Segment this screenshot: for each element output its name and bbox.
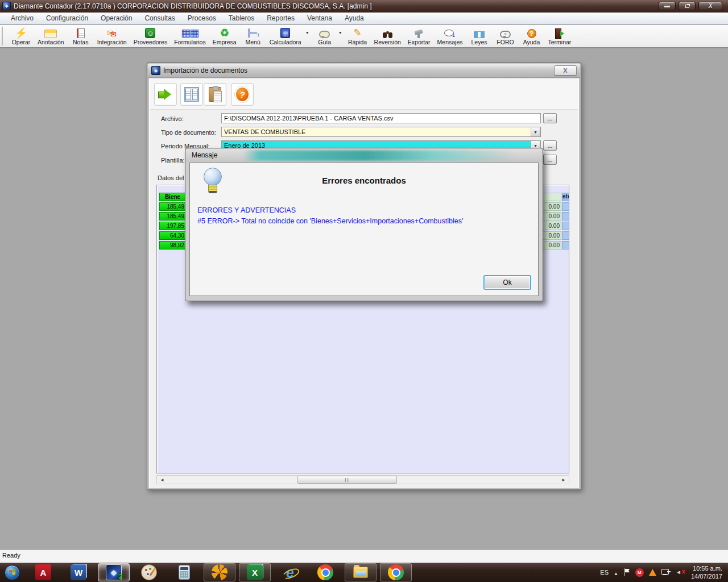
tray-clock[interactable]: 10:55 a.m. 14/07/2017 bbox=[691, 564, 722, 580]
archivo-browse-button[interactable]: ... bbox=[543, 113, 557, 123]
plantilla-browse-button[interactable]: ... bbox=[543, 155, 557, 165]
minimize-button[interactable] bbox=[659, 2, 676, 10]
menubar: ArchivoConfiguraciónOperaciónConsultasPr… bbox=[0, 13, 728, 24]
toolbar-button-menu[interactable]: Menú bbox=[241, 25, 266, 45]
binoculars-icon bbox=[383, 31, 392, 38]
menu-item-procesos[interactable]: Procesos bbox=[181, 13, 222, 24]
toolbar-button-mensajes[interactable]: Mensajes bbox=[435, 25, 466, 45]
taskbar-excel-icon[interactable] bbox=[239, 563, 271, 581]
taskbar-diamante-icon[interactable]: 2 bbox=[98, 563, 130, 581]
toolbar-button-reversion[interactable]: Reversión bbox=[371, 25, 404, 45]
toolbar-button-calculadora[interactable]: Calculadora bbox=[267, 25, 304, 45]
toolbar-button-rapida[interactable]: Rápida bbox=[345, 25, 370, 45]
periodo-mensual-browse-button[interactable]: ... bbox=[543, 140, 557, 151]
taskbar-explorer-folder-icon[interactable] bbox=[345, 563, 377, 581]
exit-door-icon bbox=[554, 28, 565, 38]
action-center-flag-icon[interactable] bbox=[623, 568, 630, 576]
close-button[interactable]: X bbox=[698, 2, 722, 10]
toolbar-grip[interactable] bbox=[2, 27, 5, 45]
toolbar-button-terminar[interactable]: Terminar bbox=[545, 25, 574, 45]
chevron-down-icon[interactable] bbox=[305, 31, 311, 41]
toolbar-button-guia[interactable]: Guía bbox=[312, 25, 337, 45]
system-tray: ES 10:55 a.m. 14/07/2017 bbox=[600, 564, 728, 580]
windows-start-orb[interactable] bbox=[5, 565, 20, 580]
chevron-down-icon[interactable] bbox=[338, 31, 344, 41]
grid-right-header-row: etenc bbox=[539, 193, 569, 201]
diamante-app-icon bbox=[2, 2, 11, 10]
toolbar-label: Ayuda bbox=[523, 39, 540, 45]
grid-cell bbox=[562, 222, 569, 230]
toolbar-label: Operar bbox=[12, 39, 31, 45]
ok-button[interactable]: Ok bbox=[483, 275, 531, 290]
network-icon[interactable] bbox=[661, 568, 671, 576]
menu-item-consultas[interactable]: Consultas bbox=[138, 13, 181, 24]
taskbar-calculator-app-icon[interactable] bbox=[168, 563, 200, 581]
taskbar: 2 ES 10:55 a.m. 14/07/2017 bbox=[0, 563, 728, 582]
taskbar-chrome-icon-2[interactable] bbox=[380, 563, 412, 581]
tray-time: 10:55 a.m. bbox=[693, 565, 722, 572]
grid-right-columns: etenc0.000.000.000.000.00 bbox=[539, 193, 569, 251]
run-import-button[interactable] bbox=[154, 83, 177, 106]
taskbar-orange-pie-icon[interactable] bbox=[204, 563, 235, 581]
toolbar-button-integracion[interactable]: Integración bbox=[94, 25, 130, 45]
muted-speaker-icon[interactable] bbox=[676, 568, 686, 576]
taskbar-chrome-icon[interactable] bbox=[309, 563, 341, 581]
word-icon bbox=[71, 564, 86, 580]
calculator-icon bbox=[280, 28, 290, 38]
toolbar-button-formularios[interactable]: Formularios bbox=[171, 25, 208, 45]
archivo-field[interactable]: F:\DISCOMSA 2012-2013\PRUEBA 1 - CARGA V… bbox=[221, 113, 541, 123]
taskbar-paint-icon[interactable] bbox=[133, 563, 165, 581]
toolbar-button-notas[interactable]: Notas bbox=[68, 25, 93, 45]
taskbar-adobe-reader-icon[interactable] bbox=[27, 563, 59, 581]
mega-icon[interactable] bbox=[635, 568, 644, 577]
import-dialog-titlebar[interactable]: Importación de documentos X bbox=[148, 64, 580, 78]
scroll-left-arrow-icon[interactable]: ◄ bbox=[158, 476, 167, 484]
toolbar-button-ayuda[interactable]: Ayuda bbox=[519, 25, 544, 45]
toolbar-label: Terminar bbox=[548, 39, 572, 45]
restore-button[interactable] bbox=[679, 2, 696, 10]
import-dialog-close-button[interactable]: X bbox=[554, 65, 577, 76]
grid-right-row: 0.00 bbox=[539, 241, 569, 250]
toolbar-button-exportar[interactable]: Exportar bbox=[405, 25, 433, 45]
menu-item-ayuda[interactable]: Ayuda bbox=[338, 13, 370, 24]
toolbar-button-foro[interactable]: FORO bbox=[493, 25, 518, 45]
dialog-help-button[interactable] bbox=[231, 83, 254, 106]
toolbar-label: Integración bbox=[97, 39, 127, 45]
menu-item-operacion[interactable]: Operación bbox=[94, 13, 138, 24]
tipo-documento-field[interactable]: VENTAS DE COMBUSTIBLE bbox=[221, 127, 541, 137]
menu-item-configuracion[interactable]: Configuración bbox=[40, 13, 94, 24]
menu-item-archivo[interactable]: Archivo bbox=[5, 13, 40, 24]
explorer-folder-icon bbox=[353, 567, 368, 578]
grid-cell bbox=[562, 241, 569, 250]
menu-item-ventana[interactable]: Ventana bbox=[301, 13, 338, 24]
tray-icons bbox=[614, 567, 686, 577]
datos-tab-label[interactable]: Datos del bbox=[158, 174, 184, 181]
menu-item-reportes[interactable]: Reportes bbox=[260, 13, 301, 24]
horizontal-scrollbar[interactable]: ◄ ► bbox=[156, 475, 569, 484]
toolbar-button-leyes[interactable]: Leyes bbox=[467, 25, 492, 45]
tray-date: 14/07/2017 bbox=[691, 573, 722, 580]
scrollbar-thumb[interactable] bbox=[297, 476, 397, 484]
grid-left-header: Biene bbox=[159, 193, 187, 201]
toolbar-button-anotacion[interactable]: Anotación bbox=[35, 25, 67, 45]
grid-right-row: 0.00 bbox=[539, 212, 569, 221]
toolbar-button-empresa[interactable]: Empresa bbox=[210, 25, 239, 45]
tipo-documento-dropdown-button[interactable] bbox=[531, 127, 540, 137]
taskbar-apps: 2 bbox=[26, 563, 413, 581]
toolbar-button-operar[interactable]: Operar bbox=[9, 25, 34, 45]
menu-item-tableros[interactable]: Tableros bbox=[222, 13, 260, 24]
taskbar-ie-icon[interactable] bbox=[274, 563, 306, 581]
avast-icon[interactable] bbox=[649, 569, 656, 576]
toolbar-button-proveedores[interactable]: Proveedores bbox=[131, 25, 171, 45]
grid-right-row: 0.00 bbox=[539, 202, 569, 211]
message-dialog-title: Mensaje bbox=[192, 151, 217, 159]
columns-view-button[interactable] bbox=[180, 83, 203, 106]
hidden-icons-arrow[interactable] bbox=[614, 567, 618, 577]
taskbar-word-icon[interactable] bbox=[63, 563, 94, 581]
scroll-right-arrow-icon[interactable]: ► bbox=[559, 476, 568, 484]
paste-button[interactable] bbox=[204, 83, 226, 106]
import-dialog-icon bbox=[151, 66, 160, 75]
language-indicator[interactable]: ES bbox=[600, 569, 609, 576]
minimize-icon bbox=[664, 6, 670, 7]
message-dialog-titlebar[interactable]: Mensaje bbox=[186, 149, 542, 162]
